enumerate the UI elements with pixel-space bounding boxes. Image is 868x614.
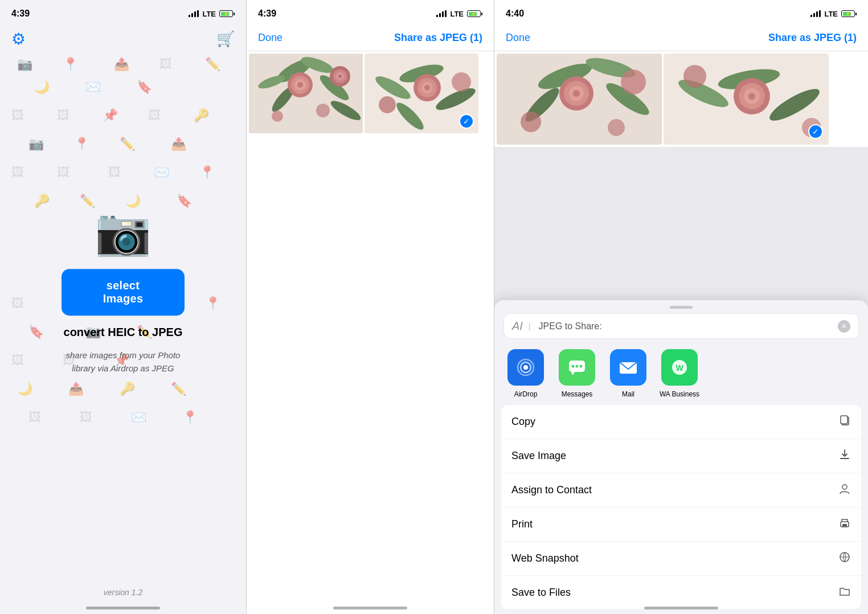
camera-icon-big: 📷: [95, 205, 152, 259]
svg-point-38: [621, 69, 646, 95]
svg-point-37: [521, 112, 541, 132]
copy-icon: [838, 414, 851, 429]
messages-label: Messages: [562, 390, 593, 398]
action-save-files[interactable]: Save to Files: [501, 576, 861, 609]
print-icon: [838, 517, 851, 532]
signal-icon-3: [810, 10, 821, 17]
svg-point-55: [572, 365, 575, 368]
home-indicator-2: [333, 607, 407, 609]
gear-icon[interactable]: ⚙: [11, 30, 26, 48]
status-time-2: 4:39: [258, 9, 276, 19]
share-app-wabiz[interactable]: W WA Business: [654, 349, 705, 398]
svg-point-36: [573, 90, 580, 97]
share-app-airdrop[interactable]: AirDrop: [500, 349, 551, 398]
sheet-handle: [670, 306, 693, 309]
phone2: 4:39 LTE ⚡ Done Share as JPEG (1): [246, 0, 494, 614]
airdrop-icon: [507, 349, 544, 386]
status-time-3: 4:40: [506, 9, 524, 19]
action-assign-contact[interactable]: Assign to Contact: [501, 473, 861, 507]
share-jpeg-button-2[interactable]: Share as JPEG (1): [394, 32, 482, 44]
convert-title: convert HEIC to JPEG: [64, 326, 183, 339]
save-image-icon: [838, 448, 851, 464]
select-images-button[interactable]: select Images: [62, 269, 185, 316]
action-save-image[interactable]: Save Image: [501, 439, 861, 473]
share-jpeg-button-3[interactable]: Share as JPEG (1): [768, 32, 857, 44]
status-bar-3: 4:40 LTE ⚡: [494, 0, 868, 25]
share-actions-list: Copy Save Image Assign t: [501, 405, 861, 609]
save-files-label: Save to Files: [511, 587, 571, 599]
svg-marker-54: [571, 372, 575, 375]
topbar-1: ⚙ 🛒: [0, 25, 246, 53]
action-web-snapshot[interactable]: Web Snapshot: [501, 542, 861, 576]
cart-icon[interactable]: 🛒: [216, 30, 235, 48]
share-sheet: AI | JPEG to Share: ✕ AirDrop: [494, 300, 868, 614]
wabiz-label: WA Business: [660, 390, 699, 398]
share-apps-row: AirDrop Messages: [494, 343, 868, 400]
airdrop-label: AirDrop: [514, 390, 538, 398]
checkmark-badge-3: ✓: [808, 124, 823, 139]
status-bar-2: 4:39 LTE ⚡: [247, 0, 494, 25]
svg-point-10: [297, 82, 303, 88]
signal-icon-2: [436, 10, 447, 17]
save-files-icon: [838, 585, 851, 600]
messages-icon: [559, 349, 595, 386]
action-print[interactable]: Print: [501, 507, 861, 542]
svg-point-52: [523, 365, 528, 370]
photo-grid-2: ✓: [247, 51, 494, 136]
battery-icon-2: ⚡: [467, 10, 482, 17]
svg-point-14: [338, 75, 342, 78]
mail-icon: [610, 349, 646, 386]
mail-label: Mail: [622, 390, 634, 398]
status-bar-1: 4:39 LTE ⚡: [0, 0, 246, 25]
battery-icon-1: ⚡: [219, 10, 235, 17]
web-snapshot-label: Web Snapshot: [511, 552, 579, 564]
photo-thumb-3a[interactable]: [497, 54, 662, 145]
convert-subtitle: share images from your Photo library via…: [62, 349, 185, 375]
checkmark-badge-2: ✓: [459, 114, 474, 129]
lte-label-3: LTE: [824, 10, 838, 18]
status-right-3: LTE ⚡: [810, 10, 857, 18]
assign-contact-label: Assign to Contact: [511, 484, 592, 496]
nav-bar-3: Done Share as JPEG (1): [494, 25, 868, 51]
done-button-3[interactable]: Done: [506, 32, 530, 44]
version-label: version 1.2: [0, 588, 246, 597]
svg-point-27: [452, 72, 471, 92]
status-right-1: LTE ⚡: [189, 10, 235, 18]
jpeg-search-label[interactable]: JPEG to Share:: [539, 321, 832, 331]
svg-point-63: [842, 485, 847, 489]
home-indicator-1: [86, 607, 160, 609]
wabiz-icon: W: [661, 349, 698, 386]
photo-thumb-1[interactable]: [249, 54, 363, 133]
photo-thumb-2[interactable]: ✓: [365, 54, 478, 133]
save-image-label: Save Image: [511, 450, 566, 462]
svg-point-48: [683, 65, 706, 88]
share-search-bar[interactable]: AI | JPEG to Share: ✕: [503, 313, 859, 339]
svg-point-56: [576, 365, 579, 368]
svg-point-47: [748, 93, 755, 100]
copy-label: Copy: [511, 416, 535, 428]
done-button-2[interactable]: Done: [258, 32, 282, 44]
status-time-1: 4:39: [11, 9, 30, 19]
svg-rect-62: [841, 416, 847, 424]
nav-bar-2: Done Share as JPEG (1): [247, 25, 494, 51]
photo-strip-3: ✓: [494, 51, 868, 147]
svg-point-16: [316, 104, 330, 117]
search-close-button[interactable]: ✕: [838, 320, 850, 333]
status-right-2: LTE ⚡: [436, 10, 482, 18]
signal-icon-1: [189, 10, 199, 17]
print-label: Print: [511, 518, 533, 530]
assign-contact-icon: [838, 482, 851, 498]
phone1: 4:39 LTE ⚡ ⚙ 🛒 📷 📍 📤: [0, 0, 246, 614]
share-app-mail[interactable]: Mail: [603, 349, 654, 398]
phone3: 4:40 LTE ⚡ Done Share as JPEG (1): [494, 0, 868, 614]
phone1-center: 📷 select Images convert HEIC to JPEG sha…: [62, 205, 185, 375]
action-copy[interactable]: Copy: [501, 405, 861, 439]
cursor-icon: |: [529, 322, 531, 331]
photo-thumb-3b[interactable]: ✓: [664, 54, 829, 145]
svg-text:W: W: [675, 363, 683, 373]
lte-label-1: LTE: [202, 10, 216, 18]
share-app-messages[interactable]: Messages: [551, 349, 603, 398]
svg-point-39: [608, 119, 625, 136]
web-snapshot-icon: [838, 551, 851, 566]
lte-label-2: LTE: [450, 10, 464, 18]
